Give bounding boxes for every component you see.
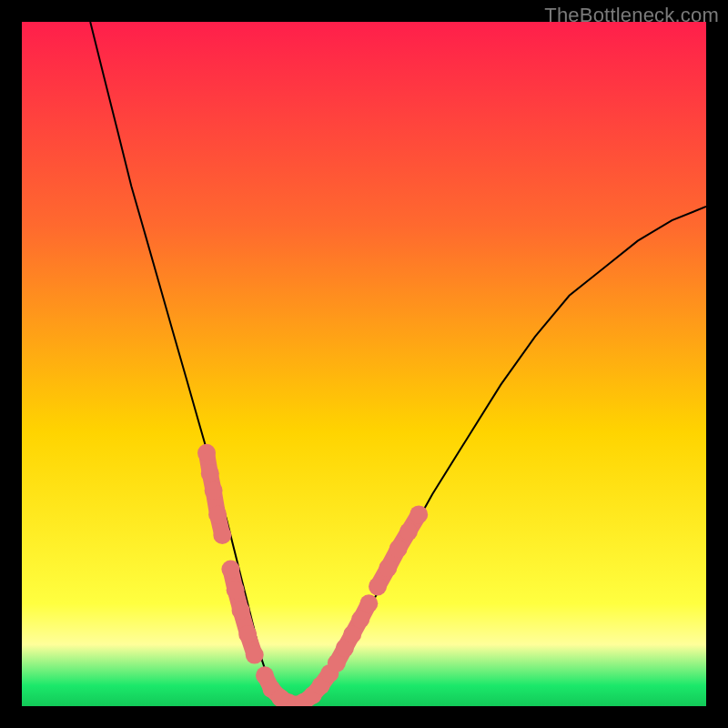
marker-dot <box>379 559 397 577</box>
marker-dot <box>201 464 219 482</box>
bottleneck-chart <box>22 22 706 706</box>
plot-area <box>22 22 706 706</box>
marker-dot <box>205 481 223 500</box>
marker-dot <box>221 561 239 579</box>
marker-dot <box>232 602 250 620</box>
marker-dot <box>227 581 245 599</box>
marker-dot <box>213 526 231 544</box>
marker-dot <box>369 577 387 595</box>
marker-dot <box>197 444 216 462</box>
marker-dot <box>359 594 378 612</box>
marker-dot <box>399 522 418 541</box>
marker-dot <box>389 540 408 558</box>
marker-dot <box>208 505 227 523</box>
marker-dot <box>351 611 369 629</box>
marker-dot <box>246 646 264 664</box>
watermark-text: TheBottleneck.com <box>544 4 719 27</box>
marker-dot <box>410 505 428 523</box>
marker-dot <box>238 625 257 643</box>
